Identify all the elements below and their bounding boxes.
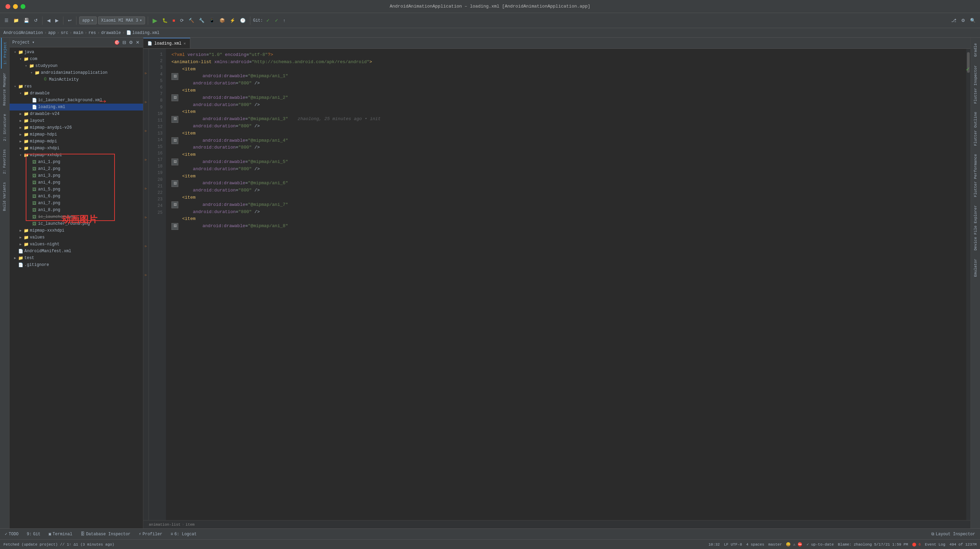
breadcrumb-animation-list[interactable]: animation-list (149, 523, 180, 527)
png-icon-round: 🖼 (32, 221, 37, 227)
event-log-label[interactable]: Event Log (925, 543, 945, 547)
app-dropdown[interactable]: app ▾ (79, 16, 97, 24)
collapse-all-button[interactable]: ⊟ (122, 39, 127, 46)
todo-button[interactable]: ✓ TODO (3, 531, 21, 537)
code-line-3: <item (172, 66, 966, 73)
database-inspector-button[interactable]: 🗄 Database Inspector (78, 531, 133, 537)
sidebar-close-button[interactable]: ✕ (135, 39, 140, 46)
tree-item-ani6[interactable]: 🖼 ani_6.png (10, 193, 143, 200)
profiler-button[interactable]: ⚡ Profiler (137, 531, 165, 537)
vcs-operations-button[interactable]: ⎇ (950, 17, 958, 24)
tab-gradle[interactable]: Gradle (971, 39, 980, 61)
tree-item-values-night[interactable]: ▶ 📁 values-night (10, 241, 143, 248)
minimize-button[interactable] (13, 4, 18, 9)
breadcrumb-part-7[interactable]: 📄loading.xml (126, 30, 159, 35)
tab-emulator[interactable]: Emulator (971, 255, 980, 281)
tree-item-ic-launcher[interactable]: 🖼 ic_launcher.png (10, 214, 143, 220)
vertical-scrollbar[interactable] (966, 49, 970, 520)
logcat-button[interactable]: ≡ 6: Logcat (169, 531, 199, 537)
tree-item-loading-xml[interactable]: 📄 loading.xml (10, 104, 143, 110)
debug-button[interactable]: 🐛 (161, 17, 169, 24)
tree-item-manifest[interactable]: 📄 AndroidManifest.xml (10, 248, 143, 255)
run-button[interactable]: ▶ (151, 16, 159, 25)
back-button[interactable]: ◀ (45, 17, 52, 24)
breadcrumb-part-6[interactable]: drawable (101, 30, 121, 35)
tree-item-gitignore[interactable]: 📄 .gitignore (10, 262, 143, 268)
tree-item-ani2[interactable]: 🖼 ani_2.png (10, 165, 143, 172)
breadcrumb-part-2[interactable]: app (48, 30, 56, 35)
breadcrumb-part-1[interactable]: AndroidAnimation (3, 30, 43, 35)
tree-item-drawable-v24[interactable]: ▶ 📁 drawable-v24 (10, 110, 143, 117)
terminal-button[interactable]: ▣ Terminal (47, 531, 75, 537)
tree-item-test[interactable]: ▶ 📁 test (10, 255, 143, 262)
avd-button[interactable]: 📱 (207, 17, 216, 24)
tree-item-mipmap-anydpi[interactable]: ▶ 📁 mipmap-anydpi-v26 (10, 124, 143, 131)
device-dropdown[interactable]: Xiaomi MI MAX 3 ▾ (98, 16, 145, 24)
tree-item-studyyoun[interactable]: ▾ 📁 studyyoun (10, 62, 143, 69)
history-button[interactable]: 🕐 (238, 17, 247, 24)
sdk-button[interactable]: 📦 (218, 17, 227, 24)
code-editor[interactable]: ▷ ▷ ▷ ▷ ▷ ▷ ▷ ▷ (143, 49, 970, 520)
stop-button[interactable]: ■ (171, 17, 177, 24)
tree-item-java[interactable]: ▾ 📁 java (10, 49, 143, 56)
tree-item-mipmap-xxhdpi[interactable]: ▾ 📁 mipmap-xxhdpi (10, 152, 143, 158)
locate-file-button[interactable]: 🎯 (113, 39, 120, 46)
tab-flutter-outline[interactable]: Flutter Outline (971, 108, 980, 150)
tab-resource-manager[interactable]: Resource Manager (2, 69, 8, 110)
git-commit-button[interactable]: ✓ (264, 17, 272, 24)
settings-button[interactable]: ⚙ (959, 17, 967, 24)
tab-flutter-inspector[interactable]: Flutter Inspector (971, 61, 980, 108)
tab-device-file-explorer[interactable]: Device File Explorer (971, 201, 980, 255)
breadcrumb-item[interactable]: item (186, 523, 194, 527)
tree-item-ani7[interactable]: 🖼 ani_7.png (10, 200, 143, 207)
git-fetch-button[interactable]: ↑ (282, 17, 287, 24)
sidebar-settings-button[interactable]: ⚙ (128, 39, 134, 46)
tab-close-button[interactable]: ✕ (183, 41, 186, 46)
tab-build-variants[interactable]: Build Variants (2, 178, 8, 215)
tree-item-mipmap-xhdpi[interactable]: ▶ 📁 mipmap-xhdpi (10, 145, 143, 152)
tab-structure[interactable]: 2: Structure (2, 110, 8, 145)
maximize-button[interactable] (21, 4, 25, 9)
tree-item-drawable[interactable]: ▾ 📁 drawable (10, 90, 143, 97)
tree-item-ani3[interactable]: 🖼 ani_3.png (10, 172, 143, 179)
expand-arrow: ▶ (12, 256, 18, 260)
undo-button[interactable]: ↩ (66, 17, 73, 24)
build-button[interactable]: 🔨 (187, 17, 196, 24)
git-push-button[interactable]: ✓ (273, 17, 280, 24)
breadcrumb-part-4[interactable]: main (73, 30, 83, 35)
tree-item-mipmap-hdpi[interactable]: ▶ 📁 mipmap-hdpi (10, 131, 143, 138)
tree-item-ani1[interactable]: 🖼 ani_1.png (10, 158, 143, 165)
tree-item-layout[interactable]: ▶ 📁 layout (10, 117, 143, 124)
tree-item-ani4[interactable]: 🖼 ani_4.png (10, 179, 143, 186)
tools-button[interactable]: 🔧 (197, 17, 206, 24)
breadcrumb-part-5[interactable]: res (89, 30, 96, 35)
profile-button[interactable]: ⚡ (228, 17, 237, 24)
tree-item-com[interactable]: ▾ 📁 com (10, 56, 143, 62)
tree-item-ic-launcher-round[interactable]: 🖼 ic_launcher_round.png (10, 220, 143, 227)
tree-item-mainactivity[interactable]: © MainActivity (10, 76, 143, 83)
tab-loading-xml[interactable]: 📄 loading.xml ✕ (143, 38, 190, 48)
tree-item-mipmap-mdpi[interactable]: ▶ 📁 mipmap-mdpi (10, 138, 143, 145)
code-content[interactable]: <?xml version="1.0" encoding="utf-8"?> <… (166, 49, 966, 520)
tree-item-ic-bg[interactable]: 📄 ic_launcher_background.xml (10, 97, 143, 104)
refresh-button[interactable]: ↺ (32, 17, 40, 24)
tab-flutter-performance[interactable]: Flutter Performance (971, 150, 980, 201)
tree-item-values[interactable]: ▶ 📁 values (10, 234, 143, 241)
tree-item-mipmap-xxxhdpi[interactable]: ▶ 📁 mipmap-xxxhdpi (10, 227, 143, 234)
tree-item-res[interactable]: ▾ 📁 res (10, 83, 143, 90)
forward-button[interactable]: ▶ (54, 17, 60, 24)
git-button[interactable]: 9: Git (25, 531, 43, 537)
tab-favorites[interactable]: 2: Favorites (2, 145, 8, 178)
close-button[interactable] (5, 4, 10, 9)
search-everywhere-button[interactable]: 🔍 (968, 17, 977, 24)
layout-inspector-button[interactable]: ⧉ Layout Inspector (929, 531, 977, 537)
tab-project[interactable]: 1: Project (1, 38, 9, 69)
tree-item-ani8[interactable]: 🖼 ani_8.png (10, 207, 143, 214)
save-button[interactable]: 💾 (22, 17, 31, 24)
menu-button[interactable]: ☰ (3, 17, 10, 24)
breadcrumb-part-3[interactable]: src (61, 30, 68, 35)
tree-item-ani5[interactable]: 🖼 ani_5.png (10, 186, 143, 193)
tree-item-app-pkg[interactable]: ▾ 📁 androidanimationapplication (10, 69, 143, 76)
sync-button[interactable]: ⟳ (178, 17, 186, 24)
open-button[interactable]: 📁 (12, 17, 21, 24)
